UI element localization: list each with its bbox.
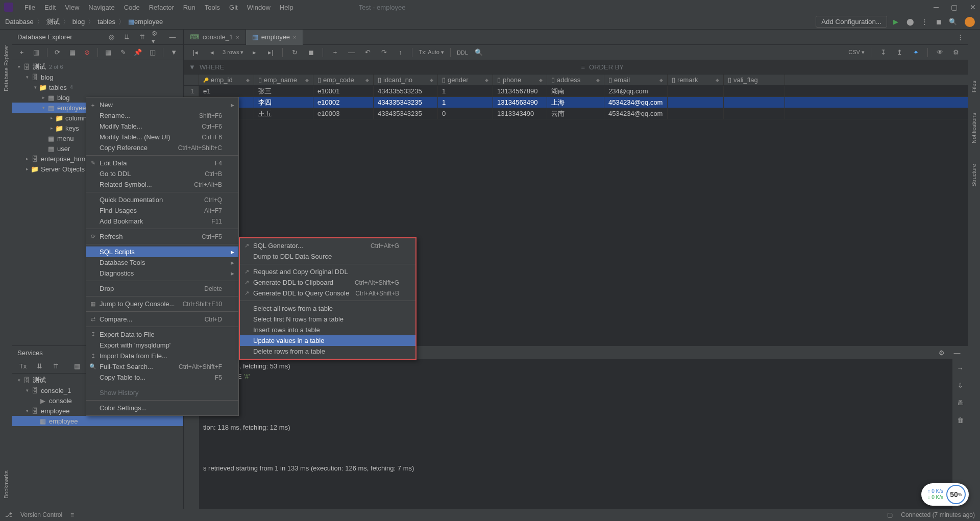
- ddl-button[interactable]: DDL: [457, 49, 468, 56]
- tab-close-icon[interactable]: ×: [236, 34, 239, 40]
- crumb-4[interactable]: employee: [134, 18, 163, 26]
- menu-window[interactable]: Window: [243, 2, 275, 13]
- upload-icon[interactable]: ↥: [894, 47, 905, 58]
- menu-item[interactable]: Insert rows into a table: [240, 325, 415, 335]
- menu-edit[interactable]: Edit: [40, 2, 60, 13]
- out-trash-icon[interactable]: 🗑: [954, 414, 966, 426]
- download-icon[interactable]: ↧: [877, 47, 889, 58]
- menu-item[interactable]: Modify Table... (New UI)Ctrl+F6: [86, 132, 238, 142]
- run-icon[interactable]: ▶: [890, 16, 901, 28]
- last-page-icon[interactable]: ▸|: [265, 47, 276, 58]
- v-structure[interactable]: Structure: [971, 164, 977, 187]
- v-notifications[interactable]: Notifications: [971, 113, 977, 143]
- menu-item[interactable]: ↗SQL Generator...Ctrl+Alt+G: [240, 240, 415, 251]
- debug-icon[interactable]: ⬤: [904, 16, 916, 28]
- table-row[interactable]: 1e1张三e10001434335533235113134567890湖南234…: [184, 86, 968, 97]
- menu-item[interactable]: Find UsagesAlt+F7: [86, 205, 238, 216]
- v-files[interactable]: Files: [971, 81, 977, 92]
- v-bookmarks[interactable]: Bookmarks: [3, 470, 9, 499]
- menu-item[interactable]: Export with 'mysqldump': [86, 340, 238, 351]
- svc-tx-icon[interactable]: Tx: [17, 361, 29, 372]
- edit-data-icon[interactable]: ✎: [119, 47, 128, 58]
- menu-file[interactable]: File: [20, 2, 39, 13]
- menu-item[interactable]: Related Symbol...Ctrl+Alt+B: [86, 179, 238, 190]
- jump-console-icon[interactable]: ▦: [104, 47, 113, 58]
- order-by-label[interactable]: ORDER BY: [589, 63, 624, 71]
- menu-item[interactable]: Go to DDLCtrl+B: [86, 168, 238, 179]
- row-count[interactable]: 3 rows ▾: [223, 49, 243, 56]
- menu-item[interactable]: ↥Import Data from File...: [86, 351, 238, 361]
- menu-item[interactable]: ⟳RefreshCtrl+F5: [86, 231, 238, 242]
- tab-employee[interactable]: ▦ employee ×: [246, 30, 303, 45]
- menu-refactor[interactable]: Refactor: [145, 2, 178, 13]
- more-run-icon[interactable]: ⋮: [919, 16, 930, 28]
- menu-item[interactable]: ↗Request and Copy Original DDL: [240, 266, 415, 277]
- svc-grid-icon[interactable]: ▦: [71, 361, 83, 372]
- services-output[interactable]: tion: 387 ms, fetching: 53 ms)'e2' ESCAP…: [199, 359, 952, 509]
- tree-row[interactable]: ▾🗄blog: [12, 72, 183, 82]
- menu-item[interactable]: Copy ReferenceCtrl+Alt+Shift+C: [86, 142, 238, 153]
- export-format[interactable]: CSV ▾: [848, 49, 865, 56]
- menu-item[interactable]: DropDelete: [86, 283, 238, 294]
- filter-icon[interactable]: ▼: [169, 47, 178, 58]
- menu-code[interactable]: Code: [120, 2, 144, 13]
- sort-icon[interactable]: ≡: [581, 63, 585, 71]
- tabs-more-icon[interactable]: ⋮: [957, 32, 968, 43]
- svc-expand-icon[interactable]: ⇊: [34, 361, 45, 372]
- menu-run[interactable]: Run: [179, 2, 200, 13]
- out-print-icon[interactable]: 🖶: [954, 397, 966, 408]
- eye-icon[interactable]: 👁: [934, 47, 945, 58]
- out-arrow-icon[interactable]: →: [954, 362, 966, 374]
- table-row[interactable]: 3e3王五e1000343343534323501313343490云南4534…: [184, 108, 968, 119]
- expand-all-icon[interactable]: ⇊: [121, 32, 132, 43]
- v-database-explorer[interactable]: Database Explorer: [3, 45, 9, 91]
- where-label[interactable]: WHERE: [200, 63, 224, 71]
- menu-item[interactable]: Database Tools▶: [86, 257, 238, 268]
- commit-icon[interactable]: ↑: [395, 47, 406, 58]
- settings-icon[interactable]: ⚙ ▾: [152, 32, 163, 43]
- svc-hide-icon[interactable]: —: [951, 347, 963, 358]
- menu-item[interactable]: Show History: [86, 387, 238, 398]
- funnel-icon[interactable]: ▼: [189, 63, 195, 71]
- maximize-icon[interactable]: ▢: [951, 3, 958, 11]
- tree-row[interactable]: ▦employee: [12, 416, 183, 426]
- menu-item[interactable]: Diagnostics▶: [86, 268, 238, 279]
- magic-icon[interactable]: ✦: [910, 47, 921, 58]
- version-control-label[interactable]: Version Control: [20, 511, 62, 518]
- data-grid[interactable]: 🔑emp_id◆ ▯emp_name◆ ▯emp_code◆ ▯idcard_n…: [184, 75, 968, 119]
- target-icon[interactable]: ◎: [106, 32, 117, 43]
- menu-tools[interactable]: Tools: [201, 2, 224, 13]
- crumb-3[interactable]: tables: [97, 18, 115, 26]
- refresh-icon[interactable]: ⟳: [54, 47, 62, 58]
- stop-sync-icon[interactable]: ▦: [68, 47, 77, 58]
- tx-mode[interactable]: Tx: Auto ▾: [419, 49, 444, 56]
- vc-branch-icon[interactable]: ⎇: [5, 511, 12, 518]
- next-page-icon[interactable]: ▸: [249, 47, 260, 58]
- disconnect-icon[interactable]: ⊘: [83, 47, 91, 58]
- search-icon[interactable]: 🔍: [947, 16, 959, 28]
- svc-gear-icon[interactable]: ⚙: [936, 347, 947, 358]
- menu-navigate[interactable]: Navigate: [84, 2, 118, 13]
- add-configuration-button[interactable]: Add Configuration...: [816, 16, 887, 28]
- menu-view[interactable]: View: [61, 2, 83, 13]
- menu-item[interactable]: ↗Generate DDL to Query ConsoleCtrl+Alt+S…: [240, 288, 415, 299]
- hide-icon[interactable]: —: [167, 32, 178, 43]
- remove-row-icon[interactable]: —: [346, 47, 357, 58]
- menu-item[interactable]: Select first N rows from a table: [240, 314, 415, 325]
- menu-item[interactable]: Rename...Shift+F6: [86, 110, 238, 121]
- network-speed-widget[interactable]: ↑ 0 K/s ↓ 0 K/s 50%: [921, 483, 969, 506]
- menu-item[interactable]: Modify Table...Ctrl+F6: [86, 121, 238, 132]
- menu-item[interactable]: +New▶: [86, 100, 238, 110]
- menu-item[interactable]: ⇄Compare...Ctrl+D: [86, 314, 238, 325]
- menu-item[interactable]: Select all rows from a table: [240, 303, 415, 314]
- search-grid-icon[interactable]: 🔍: [473, 47, 484, 58]
- tree-row[interactable]: ▾🗄测试2 of 6: [12, 62, 183, 72]
- menu-item[interactable]: Color Settings...: [86, 403, 238, 413]
- crumb-1[interactable]: 测试: [46, 17, 60, 27]
- submit-icon[interactable]: ↷: [378, 47, 389, 58]
- svc-collapse-icon[interactable]: ⇈: [50, 361, 61, 372]
- prev-page-icon[interactable]: ◂: [206, 47, 217, 58]
- menu-item[interactable]: Update values in a table: [240, 335, 415, 346]
- add-row-icon[interactable]: +: [329, 47, 340, 58]
- minimize-icon[interactable]: ─: [934, 3, 939, 11]
